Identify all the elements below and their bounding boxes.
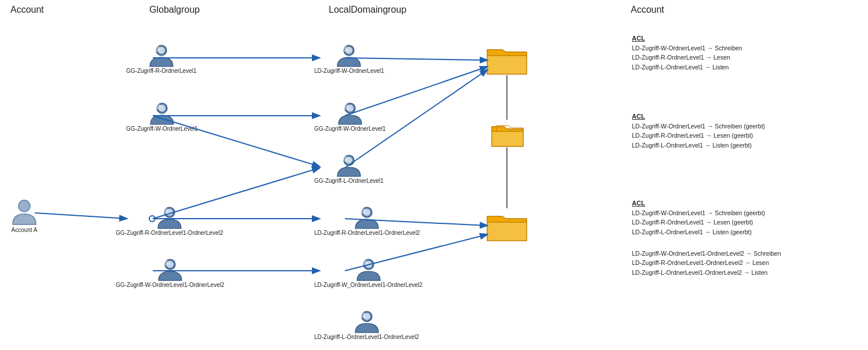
svg-point-30 (361, 312, 366, 318)
acl3-line2: LD-Zugriff-R-OrdnerLevel1 → Lesen (geerb… (632, 218, 765, 227)
svg-point-15 (343, 46, 348, 52)
ld-node-4: LD-Zugriff-R-OrdnerLevel1-OrdnerLevel2 (314, 205, 420, 236)
ld-icon-4 (354, 205, 380, 230)
acl3-line1: LD-Zugriff-W-OrdnerLevel1 → Schreiben (g… (632, 208, 765, 218)
ld-label-5: LD-Zugriff-W_OrdnerLevel1-OrdnerLevel2 (314, 282, 422, 288)
acl4-line2: LD-Zugriff-R-OrdnerLevel1-OrdnerLevel2 →… (632, 258, 781, 267)
group-icon-4 (157, 257, 183, 282)
gg-label-4: GG-Zugriff-W-OrdnerLevel1-OrdnerLevel2 (116, 282, 224, 288)
header-account-right: Account (631, 5, 664, 15)
folder-1 (486, 42, 528, 75)
header-localdomaingroup: LocalDomaingroup (329, 5, 406, 15)
acl-block-3: ACL LD-Zugriff-W-OrdnerLevel1 → Schreibe… (632, 198, 765, 237)
folder-icon-3 (486, 208, 528, 242)
svg-point-0 (19, 200, 30, 212)
header-account-left: Account (10, 5, 44, 15)
account-icon (10, 197, 38, 227)
svg-point-3 (156, 46, 160, 52)
svg-point-6 (156, 104, 161, 110)
svg-point-18 (344, 104, 349, 110)
gg-node-4: GG-Zugriff-W-OrdnerLevel1-OrdnerLevel2 (116, 257, 224, 288)
group-icon-2 (149, 101, 175, 126)
acl1-line2: LD-Zugriff-R-OrdnerLevel1 → Lesen (632, 53, 742, 62)
acl3-line3: LD-Zugriff-L-OrdnerLevel1 → Listen (geer… (632, 227, 765, 237)
gg-label-2: GG-Zugriff-W-OrdnerLevel1 (126, 126, 198, 132)
acl-block-2: ACL LD-Zugriff-W-OrdnerLevel1 → Schreibe… (632, 112, 765, 150)
ld-label-6: LD-Zugriff-L-OrdnerLevel1-OrdnerLevel2 (314, 334, 419, 340)
ld-label-4: LD-Zugriff-R-OrdnerLevel1-OrdnerLevel2 (314, 230, 420, 236)
ld-icon-1 (336, 43, 362, 68)
acl2-line2: LD-Zugriff-R-OrdnerLevel1 → Lesen (geerb… (632, 131, 765, 140)
gg-node-2: GG-Zugriff-W-OrdnerLevel1 (126, 101, 198, 132)
account-node: Account A (10, 197, 38, 233)
diagram: Account Globalgroup LocalDomaingroup Acc… (0, 0, 868, 350)
acl2-line1: LD-Zugriff-W-OrdnerLevel1 → Schreiben (g… (632, 121, 765, 131)
svg-point-12 (164, 260, 169, 266)
folder-icon-1 (486, 42, 528, 75)
acl4-line3: LD-Zugriff-L-OrdnerLevel1-OrdnerLevel2 →… (632, 268, 781, 277)
acl-block-1: ACL LD-Zugriff-W-OrdnerLevel1 → Schreibe… (632, 34, 742, 72)
acl-title-2: ACL (632, 112, 765, 121)
svg-point-21 (343, 156, 348, 162)
ld-node-6: LD-Zugriff-L-OrdnerLevel1-OrdnerLevel2 (314, 310, 419, 340)
acl-title-1: ACL (632, 34, 742, 43)
ld-icon-6 (354, 310, 380, 334)
gg-node-1: GG-Zugriff-R-OrdnerLevel1 (126, 43, 197, 74)
ld-icon-3 (336, 153, 362, 178)
folder-icon-2 (491, 120, 524, 148)
folder-3 (486, 208, 528, 242)
ld-node-2: GG-Zugriff-W-OrdnerLevel1 (314, 101, 386, 132)
ld-node-5: LD-Zugriff-W_OrdnerLevel1-OrdnerLevel2 (314, 257, 422, 288)
gg-node-3: GG-Zugriff-R-OrdnerLevel1-OrdnerLevel2 (116, 205, 223, 236)
ld-label-1: LD-Zugriff-W-OrdnerLevel1 (314, 68, 384, 74)
group-icon-3 (157, 205, 182, 230)
svg-point-24 (361, 208, 366, 214)
acl2-line3: LD-Zugriff-L-OrdnerLevel1 → Listen (geer… (632, 141, 765, 150)
ld-node-3: GG-Zugriff-L-OrdnerLevel1 (314, 153, 384, 184)
ld-label-3: GG-Zugriff-L-OrdnerLevel1 (314, 178, 384, 184)
gg-label-3: GG-Zugriff-R-OrdnerLevel1-OrdnerLevel2 (116, 230, 223, 236)
ld-icon-5 (356, 257, 381, 282)
folder-2 (491, 120, 524, 148)
gg-label-1: GG-Zugriff-R-OrdnerLevel1 (126, 68, 197, 74)
ld-label-2: GG-Zugriff-W-OrdnerLevel1 (314, 126, 386, 132)
acl1-line3: LD-Zugriff-L-OrdnerLevel1 → Listen (632, 62, 742, 72)
acl-title-3: ACL (632, 198, 765, 208)
svg-point-27 (363, 260, 367, 266)
group-icon-1 (149, 43, 174, 68)
ld-node-1: LD-Zugriff-W-OrdnerLevel1 (314, 43, 384, 74)
svg-point-9 (164, 208, 168, 214)
account-label: Account A (11, 227, 37, 233)
svg-line-33 (35, 213, 127, 219)
acl1-line1: LD-Zugriff-W-OrdnerLevel1 → Schreiben (632, 43, 742, 53)
acl-block-4: LD-Zugriff-W-OrdnerLevel1-OrdnerLevel2 →… (632, 249, 781, 277)
ld-icon-2 (337, 101, 363, 126)
acl4-line1: LD-Zugriff-W-OrdnerLevel1-OrdnerLevel2 →… (632, 249, 781, 258)
header-globalgroup: Globalgroup (149, 5, 200, 15)
